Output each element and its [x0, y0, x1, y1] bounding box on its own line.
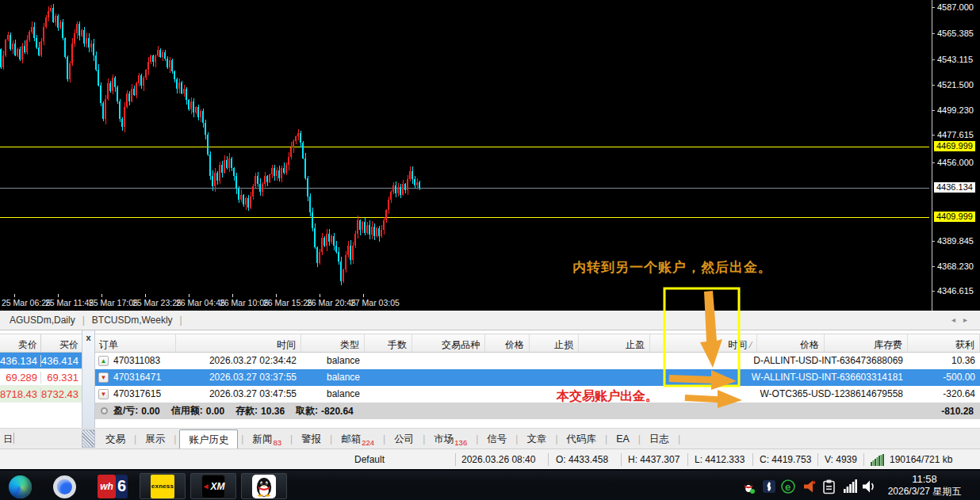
tab-journal[interactable]: 日志 — [644, 430, 675, 448]
chart-tab-xagusd[interactable]: AGUSDm,Daily — [5, 313, 80, 327]
order-profit: -320.64 — [908, 386, 980, 403]
system-tray[interactable]: e — [742, 476, 877, 497]
news-count-badge: 83 — [273, 438, 281, 447]
qq-taskbar-button[interactable] — [241, 473, 287, 499]
col-lots[interactable]: 手数 — [365, 334, 412, 352]
candle-time: 2026.03.26 08:40 — [461, 454, 535, 465]
order-id: 470316471 — [113, 369, 161, 386]
tab-scroll-left-icon[interactable]: ◂ — [951, 315, 963, 324]
credit-value: 0.00 — [206, 406, 224, 417]
sell-column-header: 卖价 — [0, 334, 41, 352]
wenhua6-taskbar-icon[interactable]: wh6 — [97, 475, 128, 498]
col-open-time[interactable]: 时间 — [176, 334, 301, 352]
chart-tab-bar: AGUSDm,Daily BTCUSDm,Weekly ◂▸ — [0, 311, 980, 330]
price-axis-label: 4456.000 — [937, 158, 974, 168]
tab-news[interactable]: 新闻83 — [247, 430, 287, 448]
tray-input-method-icon — [763, 480, 775, 493]
tab-ea[interactable]: EA — [611, 431, 635, 447]
order-id: 470317615 — [113, 386, 161, 403]
browser-taskbar-icon[interactable] — [51, 475, 78, 498]
price-axis-label: 4389.845 — [937, 236, 974, 246]
chart-tab-btcusd[interactable]: BTCUSDm,Weekly — [87, 313, 178, 327]
tab-articles[interactable]: 文章 — [521, 430, 552, 448]
col-order[interactable]: 订单 — [95, 334, 176, 352]
windows-taskbar: wh6 exness ◄XM — [0, 469, 980, 500]
status-bar: Default 2026.03.26 08:40 O: 4433.458 H: … — [0, 448, 980, 469]
tray-network-icon — [844, 479, 857, 493]
current-price-label: 4436.134 — [934, 182, 975, 193]
col-type[interactable]: 类型 — [301, 334, 365, 352]
total-profit: -810.28 — [941, 406, 980, 417]
col-sl[interactable]: 止损 — [530, 334, 579, 352]
order-comment: W-OTC365-USD-1238614679558 — [650, 386, 908, 403]
ohlc-high: H: 4437.307 — [628, 454, 679, 465]
close-toolbox-button[interactable]: x — [82, 333, 94, 342]
xm-taskbar-button[interactable]: ◄XM — [190, 473, 236, 499]
toolbox-tab-bar: 日 交易 展示 账户历史 新闻83 警报 邮箱224 公司 市场136 信号 文… — [0, 428, 980, 448]
edge-taskbar-icon[interactable] — [6, 475, 33, 498]
drag-handle-icon[interactable] — [82, 429, 95, 448]
history-row-selected[interactable]: ▼470316471 2026.03.27 03:37:55 balance W… — [95, 369, 980, 386]
price-axis-label: 4543.115 — [937, 55, 973, 65]
tray-clipboard-icon — [824, 480, 834, 494]
col-profit[interactable]: 获利 — [908, 334, 980, 352]
partial-tab-label: 日 — [3, 433, 13, 446]
deposit-arrow-icon: ▲ — [98, 356, 109, 366]
quote-row-selected[interactable]: 4436.134 4436.414 — [0, 353, 82, 369]
tab-signals[interactable]: 信号 — [481, 430, 512, 448]
sell-price: 69.289 — [0, 372, 41, 384]
withdraw-arrow-icon: ▼ — [98, 372, 109, 383]
sell-price: 68718.43 — [0, 388, 41, 400]
price-axis-label: 4368.230 — [937, 261, 974, 272]
history-row[interactable]: ▲470311083 2026.03.27 02:34:42 balance D… — [95, 353, 980, 369]
candles-plot — [0, 0, 929, 295]
order-type: balance — [301, 353, 365, 369]
time-axis-label: 26 Mar 10:05 — [220, 298, 269, 307]
withdraw-arrow-icon: ▼ — [98, 389, 109, 399]
taskbar-clock[interactable]: 11:58 2026/3/27 星期五 — [872, 473, 977, 498]
col-swap[interactable]: 库存费 — [825, 334, 908, 352]
quote-row[interactable]: 69.289 69.331 — [0, 369, 82, 386]
time-axis-label: 25 Mar 23:25 — [132, 298, 182, 307]
candlestick-chart[interactable]: 4587.000 4565.385 4543.115 4521.500 4499… — [0, 0, 980, 311]
tab-mailbox[interactable]: 邮箱224 — [335, 430, 380, 448]
price-axis-label: 4477.615 — [937, 130, 974, 140]
tab-exposure[interactable]: 展示 — [140, 430, 170, 448]
tab-company[interactable]: 公司 — [389, 430, 419, 448]
tab-divider — [180, 315, 182, 326]
withdrawal-value: -820.64 — [321, 406, 354, 417]
qq-penguin-icon — [252, 475, 276, 498]
time-axis-label: 26 Mar 04:45 — [176, 298, 225, 307]
svg-text:e: e — [785, 481, 791, 493]
profile-name: Default — [354, 454, 385, 465]
tab-alerts[interactable]: 警报 — [296, 430, 327, 448]
ohlc-close: C: 4419.753 — [760, 454, 811, 465]
quote-row[interactable]: 68718.43 68732.43 — [0, 386, 82, 403]
buy-column-header: 买价 — [41, 334, 82, 352]
col-open-price[interactable]: 价格 — [485, 334, 530, 352]
tab-trade[interactable]: 交易 — [100, 430, 131, 448]
tab-market[interactable]: 市场136 — [428, 430, 473, 448]
mt4-window: 4587.000 4565.385 4543.115 4521.500 4499… — [0, 0, 980, 500]
buy-price: 4436.414 — [41, 355, 82, 367]
time-axis-label: 26 Mar 20:45 — [307, 298, 356, 307]
col-symbol[interactable]: 交易品种 — [412, 334, 485, 352]
exness-taskbar-button[interactable]: exness — [140, 473, 186, 499]
order-time: 2026.03.27 02:34:42 — [176, 353, 301, 369]
history-row[interactable]: ▼470317615 2026.03.27 03:47:55 balance W… — [95, 386, 980, 403]
col-tp[interactable]: 止盈 — [579, 334, 650, 352]
summary-dot-icon — [101, 407, 108, 414]
order-type: balance — [301, 386, 365, 403]
price-axis-label: 4499.230 — [937, 105, 974, 116]
time-axis-label: 25 Mar 11:45 — [45, 298, 94, 307]
xm-logo: ◄XM — [201, 475, 225, 498]
order-id: 470311083 — [113, 353, 160, 369]
order-profit: -500.00 — [908, 369, 980, 386]
col-close-time[interactable]: 时间⁄ — [650, 334, 757, 352]
tab-scroll-right-icon[interactable]: ▸ — [963, 315, 975, 324]
chart-annotation-withdraw: 本交易账户出金。 — [557, 388, 658, 405]
tab-codebase[interactable]: 代码库 — [561, 430, 603, 448]
toolbox-panel: 卖价 买价 4436.134 4436.414 69.289 69.331 68… — [0, 330, 980, 428]
resistance-price-label: 4469.999 — [934, 141, 975, 151]
col-close-price[interactable]: 价格 — [757, 334, 825, 352]
